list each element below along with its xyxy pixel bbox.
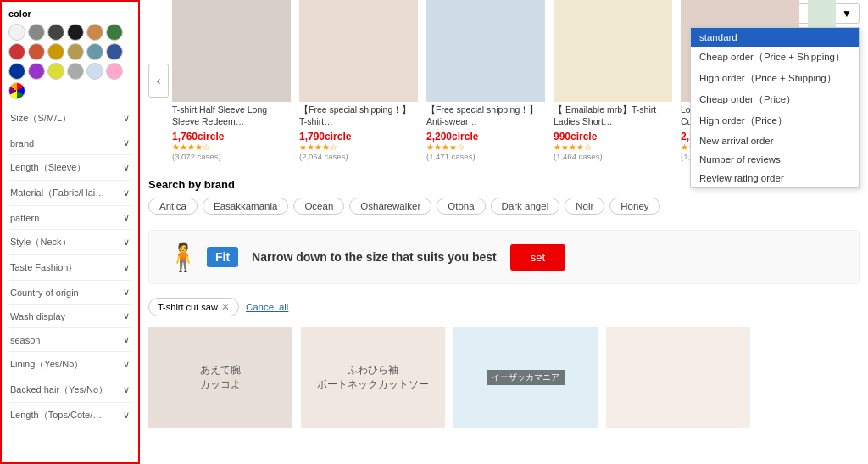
filter-item-backed[interactable]: Backed hair（Yes/No）∨ (8, 377, 131, 403)
color-swatch-dark-gray[interactable] (47, 24, 64, 41)
color-swatch-light-blue[interactable] (86, 63, 103, 80)
color-swatch-steel-blue[interactable] (86, 43, 103, 60)
color-filter-section: color (8, 8, 131, 99)
bottom-product-card[interactable]: ふわひら袖ボートネックカットソー (301, 327, 445, 428)
sort-option-cheap_ps[interactable]: Cheap order（Price + Shipping） (691, 47, 859, 68)
brand-tag-otona[interactable]: Otona (437, 198, 485, 215)
color-swatch-navy[interactable] (8, 63, 25, 80)
product-price: 1,790circle (299, 131, 418, 143)
filter-item-pattern[interactable]: pattern∨ (8, 206, 131, 230)
active-filters-bar: T-shirt cut saw ✕ Cancel all (148, 293, 860, 321)
sort-option-new[interactable]: New arrival order (691, 131, 859, 150)
brand-tag-easakkamania[interactable]: Easakkamania (203, 198, 288, 215)
bottom-product-card[interactable]: イーザッカマニア (453, 327, 598, 428)
filter-chevron-season: ∨ (123, 334, 130, 345)
bottom-product-text1: ふわひら袖 (348, 363, 398, 377)
filter-item-length[interactable]: Length（Tops/Cote/…∨ (8, 403, 131, 428)
fit-figure: 🧍 Fit (166, 241, 238, 273)
filter-label-country: Country of origin (10, 288, 79, 298)
color-swatch-red[interactable] (8, 43, 25, 60)
sort-option-standard[interactable]: standard (691, 28, 859, 47)
product-card[interactable]: T-shirt Half Sleeve Long Sleeve Redeem… … (172, 0, 291, 161)
brand-tag-ocean[interactable]: Ocean (293, 198, 344, 215)
fit-banner-text: Narrow down to the size that suits you b… (252, 250, 497, 264)
product-rating: ★★★★☆ (299, 143, 418, 152)
color-swatch-brown[interactable] (86, 24, 103, 41)
filter-label-backed: Backed hair（Yes/No） (10, 383, 108, 396)
brand-tag-antica[interactable]: Antica (148, 198, 198, 215)
color-swatch-multi[interactable] (8, 82, 25, 99)
sort-option-cheap_p[interactable]: Cheap order（Price） (691, 89, 859, 110)
sort-option-high_p[interactable]: High order（Price） (691, 110, 859, 131)
main-content: Sort standard ▼ standardCheap order（Pric… (140, 0, 868, 464)
filter-item-taste[interactable]: Taste Fashion｝∨ (8, 255, 131, 281)
color-swatch-dark-green[interactable] (106, 24, 123, 41)
filter-item-material[interactable]: Material（Fabric/Hai…∨ (8, 181, 131, 206)
product-rating: ★★★★☆ (172, 143, 291, 152)
filter-item-lining[interactable]: Lining（Yes/No）∨ (8, 352, 131, 377)
product-card[interactable]: 【Free special shipping！】Anti-swear… 2,20… (426, 0, 545, 161)
filter-item-wash[interactable]: Wash display∨ (8, 305, 131, 328)
remove-filter-button[interactable]: ✕ (221, 301, 230, 313)
product-rating: ★★★★☆ (426, 143, 545, 152)
color-swatch-purple[interactable] (28, 63, 45, 80)
color-swatch-black[interactable] (67, 24, 84, 41)
filter-item-country[interactable]: Country of origin∨ (8, 281, 131, 305)
sidebar: color Size（S/M/L）∨brand∨Length（Sleeve）∨M… (0, 0, 140, 464)
color-swatch-tan[interactable] (67, 43, 84, 60)
sort-option-reviews[interactable]: Number of reviews (691, 150, 859, 169)
brand-tag-honey[interactable]: Honey (609, 198, 659, 215)
filter-item-brand[interactable]: brand∨ (8, 131, 131, 155)
bottom-product-card[interactable]: あえて腕カッコよ (148, 327, 292, 428)
product-card[interactable]: 【Free special shipping！】T-shirt… 1,790ci… (299, 0, 418, 161)
filter-chevron-backed: ∨ (123, 384, 130, 395)
product-price: 1,760circle (172, 131, 291, 143)
filter-list: Size（S/M/L）∨brand∨Length（Sleeve）∨Materia… (8, 106, 131, 428)
filter-item-season[interactable]: season∨ (8, 328, 131, 352)
fit-set-button[interactable]: set (510, 244, 565, 271)
product-card[interactable]: 【 Emailable mrb】T-shirt Ladies Short… 99… (554, 0, 672, 161)
color-swatch-orange-red[interactable] (28, 43, 45, 60)
product-review-count: (3,072 cases) (172, 152, 291, 161)
bottom-product-image (606, 327, 750, 428)
bottom-product-list: あえて腕カッコよふわひら袖ボートネックカットソーイーザッカマニア (148, 327, 860, 428)
filter-item-sleeve[interactable]: Length（Sleeve）∨ (8, 155, 131, 181)
color-swatch-light-gray[interactable] (67, 63, 84, 80)
product-image (554, 0, 672, 102)
product-title: 【Free special shipping！】T-shirt… (299, 104, 418, 128)
filter-chevron-neck: ∨ (123, 237, 130, 248)
bottom-product-card[interactable] (606, 327, 750, 428)
fit-banner: 🧍 Fit Narrow down to the size that suits… (148, 230, 860, 284)
sort-dropdown-menu: standardCheap order（Price + Shipping）Hig… (690, 27, 860, 188)
filter-label-material: Material（Fabric/Hai… (10, 187, 104, 199)
product-title: 【Free special shipping！】Anti-swear… (426, 104, 545, 128)
filter-label-taste: Taste Fashion｝ (10, 261, 77, 274)
filter-chevron-material: ∨ (123, 187, 130, 198)
filter-item-neck[interactable]: Style（Neck）∨ (8, 230, 131, 255)
color-filter-title: color (8, 8, 131, 19)
filter-chevron-wash: ∨ (123, 310, 130, 321)
color-swatch-orange[interactable] (47, 43, 64, 60)
bottom-product-image: イーザッカマニア (453, 327, 598, 428)
color-swatch-white[interactable] (8, 24, 25, 41)
bottom-product-text2: ボートネックカットソー (317, 377, 429, 392)
brand-tag-osharewalker[interactable]: Osharewalker (349, 198, 431, 215)
brand-tag-dark-angel[interactable]: Dark angel (491, 198, 560, 215)
carousel-prev-button[interactable]: ‹ (148, 64, 169, 98)
sort-option-rating[interactable]: Review rating order (691, 169, 859, 187)
color-swatch-gray[interactable] (28, 24, 45, 41)
product-title: T-shirt Half Sleeve Long Sleeve Redeem… (172, 104, 291, 128)
brand-tag-noir[interactable]: Noir (565, 198, 604, 215)
filter-label-season: season (10, 335, 40, 345)
sort-option-high_ps[interactable]: High order（Price + Shipping） (691, 68, 859, 89)
product-review-count: (1,464 cases) (554, 152, 672, 161)
color-swatch-pink[interactable] (106, 63, 123, 80)
color-swatch-yellow[interactable] (47, 63, 64, 80)
filter-label-brand: brand (10, 138, 34, 148)
filter-chevron-size: ∨ (123, 113, 130, 124)
filter-chevron-pattern: ∨ (123, 212, 130, 223)
filter-chevron-lining: ∨ (123, 359, 130, 370)
cancel-all-button[interactable]: Cancel all (246, 302, 289, 312)
color-swatch-dark-blue[interactable] (106, 43, 123, 60)
filter-item-size[interactable]: Size（S/M/L）∨ (8, 106, 131, 131)
